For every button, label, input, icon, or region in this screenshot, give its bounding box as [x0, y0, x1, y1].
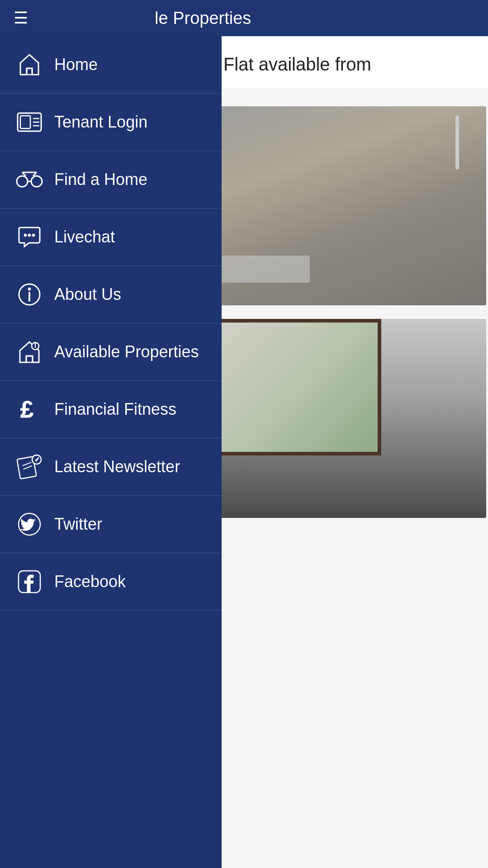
sidebar-item-livechat-label: Livechat	[54, 227, 115, 247]
svg-point-21	[35, 343, 36, 344]
svg-line-24	[22, 462, 31, 465]
sidebar-item-available-properties-label: Available Properties	[54, 342, 199, 361]
svg-point-17	[28, 288, 31, 290]
property-image-1	[206, 106, 486, 305]
newsletter-icon: ✓	[14, 451, 45, 483]
sidebar-item-available-properties[interactable]: Available Properties	[0, 323, 222, 381]
header: ☰ le Properties	[0, 0, 488, 36]
svg-rect-2	[20, 116, 30, 128]
tenant-login-icon	[14, 106, 45, 138]
svg-text:£: £	[20, 397, 33, 422]
sidebar-item-about-us[interactable]: About Us	[0, 266, 222, 323]
sidebar-item-tenant-login[interactable]: Tenant Login	[0, 94, 222, 151]
sidebar-item-livechat[interactable]: Livechat	[0, 209, 222, 266]
svg-line-25	[23, 466, 32, 469]
sidebar-item-twitter[interactable]: Twitter	[0, 496, 222, 553]
header-title: le Properties	[155, 9, 251, 28]
sidebar-item-latest-newsletter-label: Latest Newsletter	[54, 457, 180, 476]
sidebar-item-latest-newsletter[interactable]: ✓ Latest Newsletter	[0, 438, 222, 496]
binoculars-icon	[14, 164, 45, 195]
sidebar-item-twitter-label: Twitter	[54, 514, 102, 534]
sidebar-item-facebook-label: Facebook	[54, 572, 126, 591]
facebook-icon	[14, 566, 45, 598]
available-properties-icon	[14, 336, 45, 368]
property-image-2	[206, 319, 486, 518]
sidebar-item-find-a-home-label: Find a Home	[54, 170, 147, 189]
twitter-icon	[14, 508, 45, 540]
svg-point-14	[32, 234, 35, 237]
svg-point-12	[24, 234, 27, 237]
svg-rect-18	[26, 356, 33, 362]
sidebar-item-home-label: Home	[54, 55, 98, 74]
svg-rect-0	[27, 68, 32, 75]
sidebar-item-financial-fitness-label: Financial Fitness	[54, 399, 176, 419]
svg-point-13	[28, 234, 31, 237]
sidebar-item-home[interactable]: Home	[0, 36, 222, 94]
sidebar-item-facebook[interactable]: Facebook	[0, 553, 222, 611]
hamburger-icon[interactable]: ☰	[14, 10, 28, 26]
svg-text:✓: ✓	[34, 456, 40, 463]
sidebar: Home Tenant Login Find a	[0, 0, 222, 868]
home-icon	[14, 49, 45, 81]
info-icon	[14, 279, 45, 310]
sidebar-item-about-us-label: About Us	[54, 285, 121, 304]
sidebar-item-financial-fitness[interactable]: £ Financial Fitness	[0, 381, 222, 438]
property-description: oor Flat available from	[192, 54, 465, 75]
financial-fitness-icon: £	[14, 394, 45, 425]
svg-point-7	[31, 176, 42, 187]
sidebar-item-tenant-login-label: Tenant Login	[54, 112, 147, 132]
sidebar-item-find-a-home[interactable]: Find a Home	[0, 151, 222, 209]
livechat-icon	[14, 221, 45, 253]
svg-point-6	[17, 176, 28, 187]
